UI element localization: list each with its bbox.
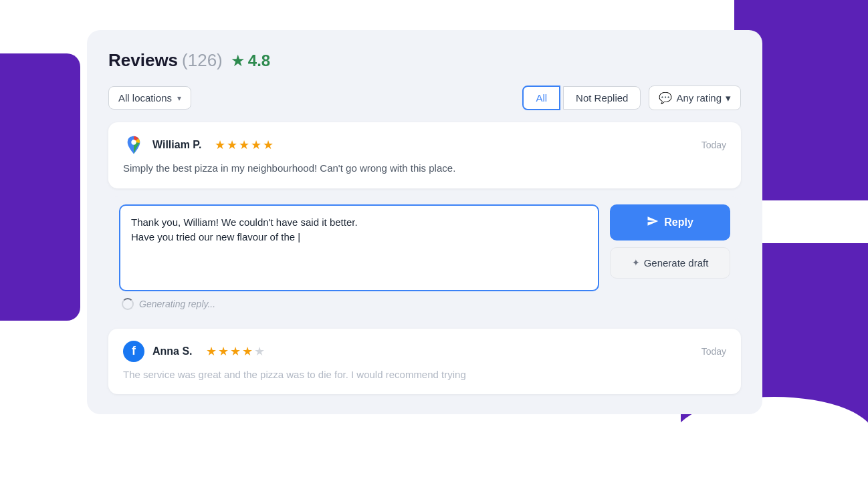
- filter-right: All Not Replied 💬 Any rating ▾: [522, 86, 741, 110]
- location-chevron-icon: ▾: [177, 94, 181, 103]
- bg-decoration-left: [0, 53, 80, 321]
- rating-chevron-icon: ▾: [726, 92, 731, 104]
- reply-actions: Reply ✦ Generate draft: [610, 204, 730, 279]
- generating-text: Generating reply...: [139, 299, 215, 309]
- reply-area: Thank you, William! We couldn't have sai…: [108, 196, 741, 321]
- review-header-william: William P. ★ ★ ★ ★ ★ Today: [123, 134, 726, 156]
- tab-not-replied[interactable]: Not Replied: [563, 86, 641, 110]
- rating-label: Any rating: [676, 92, 722, 104]
- review-card-anna: f Anna S. ★ ★ ★ ★ ★ Today The service wa…: [108, 329, 741, 395]
- generate-draft-button[interactable]: ✦ Generate draft: [610, 247, 730, 279]
- reviews-card: Reviews (126) ★ 4.8 All locations ▾ All …: [87, 30, 762, 414]
- anna-review-text: The service was great and the pizza was …: [123, 367, 726, 383]
- tab-all[interactable]: All: [522, 86, 560, 110]
- send-icon: [647, 215, 659, 230]
- reply-input-col: Thank you, William! We couldn't have sai…: [119, 204, 599, 310]
- filter-bar: All locations ▾ All Not Replied 💬 Any ra…: [108, 86, 741, 110]
- william-time: Today: [701, 140, 726, 150]
- google-maps-icon: [123, 134, 144, 156]
- page-title: Reviews: [108, 50, 178, 71]
- review-card-william: William P. ★ ★ ★ ★ ★ Today Simply the be…: [108, 122, 741, 188]
- location-label: All locations: [118, 92, 172, 104]
- loading-spinner: [122, 298, 134, 310]
- comment-icon: 💬: [659, 92, 672, 104]
- generate-draft-label: Generate draft: [644, 257, 709, 269]
- william-review-text: Simply the best pizza in my neighbourhoo…: [123, 161, 726, 176]
- anna-name: Anna S.: [152, 345, 193, 357]
- reviews-count: (126): [182, 50, 223, 71]
- william-name: William P.: [152, 139, 201, 151]
- anna-time: Today: [701, 346, 726, 357]
- william-stars: ★ ★ ★ ★ ★: [215, 138, 274, 152]
- reply-button-label: Reply: [664, 216, 693, 228]
- location-dropdown[interactable]: All locations ▾: [108, 86, 191, 110]
- card-header: Reviews (126) ★ 4.8: [108, 50, 741, 71]
- generating-row: Generating reply...: [119, 294, 599, 310]
- anna-stars: ★ ★ ★ ★ ★: [206, 344, 265, 359]
- filter-left: All locations ▾: [108, 86, 191, 110]
- facebook-icon: f: [123, 341, 144, 362]
- reply-button[interactable]: Reply: [610, 204, 730, 241]
- review-header-anna: f Anna S. ★ ★ ★ ★ ★ Today: [123, 341, 726, 362]
- sparkle-icon: ✦: [632, 257, 640, 268]
- rating-value: 4.8: [248, 51, 270, 70]
- rating-dropdown[interactable]: 💬 Any rating ▾: [649, 86, 741, 110]
- rating-star-icon: ★: [231, 51, 245, 70]
- reply-textarea[interactable]: Thank you, William! We couldn't have sai…: [119, 204, 599, 291]
- review-left-william: William P. ★ ★ ★ ★ ★: [123, 134, 274, 156]
- svg-point-1: [131, 140, 136, 144]
- review-left-anna: f Anna S. ★ ★ ★ ★ ★: [123, 341, 265, 362]
